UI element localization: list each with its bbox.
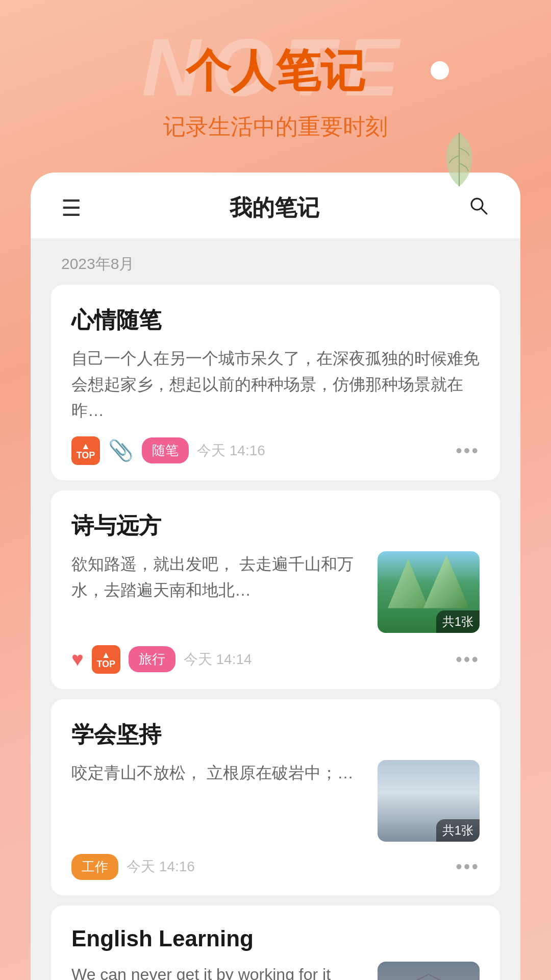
- note-content-area-4: We can never get it by working for it: [71, 962, 480, 980]
- note-thumb-4: [378, 962, 480, 980]
- note-title-1: 心情随笔: [71, 305, 480, 335]
- note-card-3[interactable]: 学会坚持 咬定青山不放松， 立根原在破岩中；… 共1张 工作 今天 14:16 …: [51, 699, 500, 895]
- more-icon-1[interactable]: •••: [456, 440, 480, 461]
- more-icon-3[interactable]: •••: [456, 856, 480, 877]
- app-title: 我的笔记: [230, 193, 319, 223]
- note-title-2: 诗与远方: [71, 511, 480, 541]
- note-title-4: English Learning: [71, 926, 480, 951]
- thumb-count-3: 共1张: [436, 819, 480, 842]
- thumb-london-img: [378, 962, 480, 980]
- search-icon[interactable]: [467, 194, 490, 222]
- note-card-2[interactable]: 诗与远方 欲知路遥，就出发吧， 去走遍千山和万水，去踏遍天南和地北… 共1张 ♥…: [51, 491, 500, 689]
- note-time-2: 今天 14:14: [184, 650, 447, 669]
- tag-note-2[interactable]: 旅行: [129, 646, 176, 672]
- tag-note-1[interactable]: 随笔: [142, 437, 189, 463]
- note-time-1: 今天 14:16: [197, 441, 447, 460]
- heart-icon-2: ♥: [71, 648, 84, 671]
- month-header: 2023年8月: [51, 238, 500, 285]
- tag-note-3[interactable]: 工作: [71, 854, 118, 880]
- hamburger-icon[interactable]: ☰: [61, 197, 81, 219]
- svg-line-1: [481, 208, 487, 214]
- note-thumb-3: 共1张: [378, 760, 480, 842]
- more-icon-2[interactable]: •••: [456, 649, 480, 670]
- note-content-area-2: 欲知路遥，就出发吧， 去走遍千山和万水，去踏遍天南和地北… 共1张: [71, 551, 480, 633]
- note-footer-2: ♥ ▲ TOP 旅行 今天 14:14 •••: [71, 645, 480, 674]
- note-time-3: 今天 14:16: [127, 857, 447, 876]
- note-title-3: 学会坚持: [71, 720, 480, 750]
- note-card-1[interactable]: 心情随笔 自己一个人在另一个城市呆久了，在深夜孤独的时候难免会想起家乡，想起以前…: [51, 285, 500, 480]
- dot-decoration: [431, 61, 449, 80]
- note-content-area-1: 自己一个人在另一个城市呆久了，在深夜孤独的时候难免会想起家乡，想起以前的种种场景…: [71, 346, 480, 424]
- hero-section: NOTE 个人笔记 记录生活中的重要时刻: [0, 0, 551, 173]
- hero-title: 个人笔记: [0, 41, 551, 102]
- paperclip-icon: 📎: [108, 438, 134, 462]
- app-card: ☰ 我的笔记 2023年8月 心情随笔 自己一个人在另一个城市呆久了，在深夜孤独…: [31, 173, 520, 980]
- note-text-4: We can never get it by working for it: [71, 962, 367, 980]
- note-thumb-2: 共1张: [378, 551, 480, 633]
- notes-list: 2023年8月 心情随笔 自己一个人在另一个城市呆久了，在深夜孤独的时候难免会想…: [31, 238, 520, 980]
- note-text-1: 自己一个人在另一个城市呆久了，在深夜孤独的时候难免会想起家乡，想起以前的种种场景…: [71, 346, 480, 424]
- svg-line-6: [398, 974, 429, 980]
- leaf-decoration: [439, 128, 480, 189]
- note-footer-3: 工作 今天 14:16 •••: [71, 854, 480, 880]
- thumb-count-2: 共1张: [436, 610, 480, 633]
- note-content-area-3: 咬定青山不放松， 立根原在破岩中；… 共1张: [71, 760, 480, 842]
- note-card-4[interactable]: English Learning We can never get it by …: [51, 905, 500, 980]
- top-badge-1: ▲ TOP: [71, 436, 100, 465]
- top-badge-2: ▲ TOP: [92, 645, 120, 674]
- note-footer-1: ▲ TOP 📎 随笔 今天 14:16 •••: [71, 436, 480, 465]
- note-text-3: 咬定青山不放松， 立根原在破岩中；…: [71, 760, 367, 786]
- svg-line-7: [429, 974, 459, 980]
- note-text-2: 欲知路遥，就出发吧， 去走遍千山和万水，去踏遍天南和地北…: [71, 551, 367, 603]
